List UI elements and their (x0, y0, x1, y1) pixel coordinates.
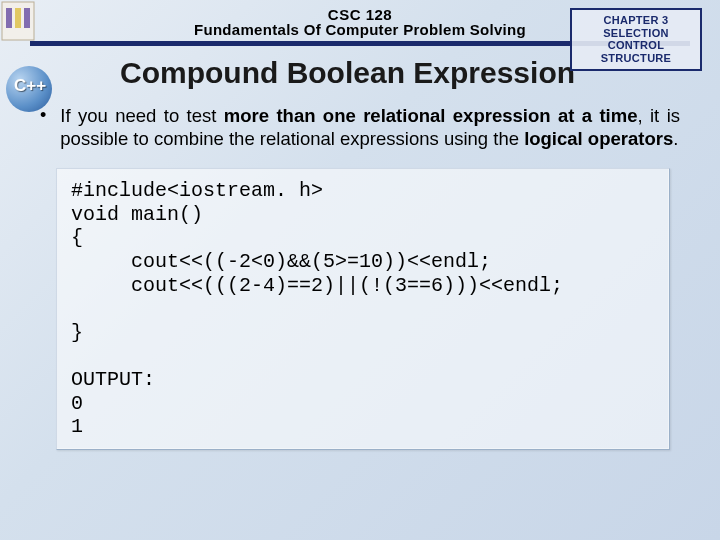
bullet-item: • If you need to test more than one rela… (40, 104, 680, 150)
chapter-line3: STRUCTURE (574, 52, 698, 65)
chapter-box: CHAPTER 3 SELECTION CONTROL STRUCTURE (570, 8, 702, 71)
bullet-pre: If you need to test (60, 105, 223, 126)
chapter-line2: SELECTION CONTROL (574, 27, 698, 52)
bullet-post: . (673, 128, 678, 149)
bullet-bold1: more than one relational expression at a… (224, 105, 638, 126)
chapter-line1: CHAPTER 3 (574, 14, 698, 27)
code-block: #include<iostream. h> void main() { cout… (56, 168, 670, 450)
cpp-logo: C++ (0, 58, 60, 118)
bullet-bold2: logical operators (524, 128, 673, 149)
bullet-text: If you need to test more than one relati… (60, 104, 680, 150)
